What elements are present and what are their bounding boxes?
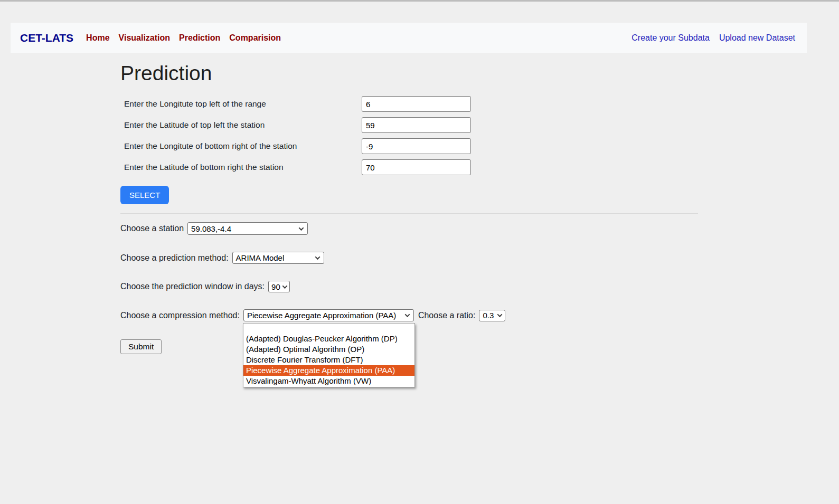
prediction-window-select-value: 90 bbox=[271, 282, 280, 291]
longitude-bottom-right-input[interactable] bbox=[362, 138, 471, 154]
latitude-top-left-row: Enter the Latitude of top left the stati… bbox=[120, 117, 698, 133]
longitude-bottom-right-label: Enter the Longitute of bottom right of t… bbox=[120, 141, 362, 151]
compression-option-op[interactable]: (Adapted) Optimal Algorithm (OP) bbox=[243, 344, 414, 355]
compression-select-value: Piecewise Aggregate Approximation (PAA) bbox=[247, 311, 396, 320]
compression-row: Choose a compression method: Piecewise A… bbox=[120, 309, 698, 321]
station-select[interactable]: 59.083,-4.4 bbox=[187, 222, 308, 235]
ratio-label: Choose a ratio: bbox=[418, 311, 476, 320]
station-select-value: 59.083,-4.4 bbox=[191, 224, 231, 233]
latitude-bottom-right-label: Enter the Latitude of bottom right the s… bbox=[120, 163, 362, 172]
prediction-window-select[interactable]: 90 bbox=[268, 281, 290, 292]
station-label: Choose a station bbox=[120, 224, 184, 233]
compression-option-dp[interactable]: (Adapted) Douglas-Peucker Algorithm (DP) bbox=[243, 334, 414, 344]
submit-button[interactable]: Submit bbox=[120, 339, 162, 354]
prediction-method-select-value: ARIMA Model bbox=[236, 253, 285, 262]
navbar: CET-LATS Home Visualization Prediction C… bbox=[11, 23, 807, 53]
prediction-method-row: Choose a prediction method: ARIMA Model bbox=[120, 252, 698, 264]
main-content: Prediction Enter the Longitute top left … bbox=[120, 62, 698, 354]
station-row: Choose a station 59.083,-4.4 bbox=[120, 222, 698, 235]
compression-select[interactable]: Piecewise Aggregate Approximation (PAA) bbox=[243, 309, 414, 321]
latitude-bottom-right-input[interactable] bbox=[362, 159, 471, 175]
upload-dataset-link[interactable]: Upload new Dataset bbox=[719, 33, 795, 43]
navbar-left-group: CET-LATS Home Visualization Prediction C… bbox=[20, 32, 281, 44]
section-divider bbox=[120, 213, 698, 214]
compression-option-vw[interactable]: Visvalingam-Whyatt Algorithm (VW) bbox=[243, 376, 414, 386]
compression-select-wrap: Piecewise Aggregate Approximation (PAA) … bbox=[243, 309, 414, 321]
select-button[interactable]: SELECT bbox=[120, 186, 169, 204]
prediction-method-select[interactable]: ARIMA Model bbox=[232, 252, 324, 264]
latitude-top-left-input[interactable] bbox=[362, 117, 471, 133]
chevron-down-icon bbox=[497, 312, 503, 317]
page-title: Prediction bbox=[120, 62, 698, 85]
compression-option-dft[interactable]: Discrete Fourier Transform (DFT) bbox=[243, 355, 414, 365]
chevron-down-icon bbox=[282, 283, 287, 289]
compression-option[interactable] bbox=[243, 324, 414, 334]
nav-item-prediction[interactable]: Prediction bbox=[179, 33, 220, 43]
longitude-top-left-label: Enter the Longitute top left of the rang… bbox=[120, 99, 362, 109]
prediction-method-label: Choose a prediction method: bbox=[120, 253, 229, 263]
ratio-select-value: 0.3 bbox=[483, 311, 494, 320]
longitude-top-left-row: Enter the Longitute top left of the rang… bbox=[120, 96, 698, 112]
ratio-select[interactable]: 0.3 bbox=[479, 310, 505, 321]
chevron-down-icon bbox=[299, 225, 304, 231]
latitude-bottom-right-row: Enter the Latitude of bottom right the s… bbox=[120, 159, 698, 175]
compression-option-paa[interactable]: Piecewise Aggregate Approximation (PAA) bbox=[243, 365, 414, 376]
chevron-down-icon bbox=[404, 312, 410, 317]
create-subdata-link[interactable]: Create your Subdata bbox=[631, 33, 710, 43]
nav-item-comparision[interactable]: Comparision bbox=[229, 33, 281, 43]
navbar-right-group: Create your Subdata Upload new Dataset bbox=[631, 33, 795, 43]
chevron-down-icon bbox=[315, 254, 320, 260]
nav-item-visualization[interactable]: Visualization bbox=[119, 33, 171, 43]
prediction-window-label: Choose the prediction window in days: bbox=[120, 282, 265, 291]
nav-links: Home Visualization Prediction Comparisio… bbox=[86, 33, 281, 43]
longitude-bottom-right-row: Enter the Longitute of bottom right of t… bbox=[120, 138, 698, 154]
prediction-window-row: Choose the prediction window in days: 90 bbox=[120, 281, 698, 292]
brand-logo[interactable]: CET-LATS bbox=[20, 32, 73, 44]
longitude-top-left-input[interactable] bbox=[362, 96, 471, 112]
latitude-top-left-label: Enter the Latitude of top left the stati… bbox=[120, 120, 362, 130]
compression-options-popup: (Adapted) Douglas-Peucker Algorithm (DP)… bbox=[243, 323, 415, 387]
nav-item-home[interactable]: Home bbox=[86, 33, 109, 43]
compression-label: Choose a compression method: bbox=[120, 311, 240, 320]
